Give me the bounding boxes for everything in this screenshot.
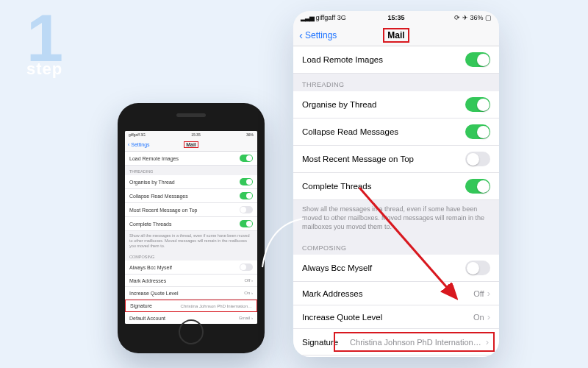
step-label: step [26,63,62,77]
toggle-organise[interactable] [465,97,490,112]
statusbar: ▂▃▅ giffgaff 3G 15:35 ⟳ ✈︎ 36% ▢ [293,11,499,24]
signature-highlight: Christina Johnson PhD Internation… › [334,332,495,352]
chevron-right-icon: › [486,336,489,347]
chevron-right-icon: › [487,311,490,322]
zoom-panel: ▂▃▅ giffgaff 3G 15:35 ⟳ ✈︎ 36% ▢ ‹ Setti… [293,11,499,357]
row-signature[interactable]: Signature Christina Johnson PhD Internat… [293,329,499,355]
row-mark-small[interactable]: Mark AddressesOff › [125,275,257,287]
note-threading-small: Show all the messages in a thread, even … [125,231,257,251]
value-quote-small: On › [244,291,253,295]
step-badge: 1 step [26,10,62,76]
row-most-recent-top[interactable]: Most Recent Message on Top [293,146,499,173]
toggle-load-remote-small[interactable] [240,155,253,162]
navbar: ‹ Settings Mail [293,24,499,46]
toggle-collapse[interactable] [465,124,490,139]
label-signature-small: Signature [130,303,152,308]
row-organise-by-thread[interactable]: Organise by Thread [293,91,499,118]
toggle-load-remote[interactable] [465,52,490,67]
title-highlight-small: Mail [184,141,198,148]
label-default-small: Default Account [129,316,165,321]
label-mark-small: Mark Addresses [129,278,166,283]
value-quote: On› [473,311,490,322]
row-default-small[interactable]: Default AccountGmail › [125,312,257,324]
label-load-remote-small: Load Remote Images [129,156,179,161]
label-quote: Increase Quote Level [302,313,382,322]
toggle-collapse-small[interactable] [240,192,253,199]
value-signature: Christina Johnson PhD Internation… [350,338,481,347]
row-collapse-read[interactable]: Collapse Read Messages [293,118,499,146]
section-threading-small: THREADING [125,166,257,175]
label-bcc-small: Always Bcc Myself [129,265,172,270]
row-load-remote-small[interactable]: Load Remote Images [125,152,257,166]
value-quote-text: On [473,313,484,322]
row-recent-small[interactable]: Most Recent Message on Top [125,203,257,217]
row-load-remote-images[interactable]: Load Remote Images [293,46,499,74]
label-signature: Signature [302,338,338,347]
label-collapse-small: Collapse Read Messages [129,194,188,199]
row-complete-small[interactable]: Complete Threads [125,217,257,231]
label-recent: Most Recent Message on Top [302,155,414,163]
label-quote-small: Increase Quote Level [129,291,179,296]
label-collapse: Collapse Read Messages [302,127,398,136]
chevron-right-icon: › [487,288,490,299]
annotation-arrow [345,180,477,313]
value-default-small: Gmail › [239,316,253,320]
row-default-account[interactable]: Default Account Gmail› [293,355,499,357]
svg-line-0 [359,188,455,297]
toggle-bcc-small[interactable] [240,263,253,271]
value-mark-text-small: Off [244,278,250,283]
value-mark-small: Off › [244,278,253,283]
battery-small: 36% [246,132,254,137]
value-quote-text-small: On [244,291,250,295]
value-default-text-small: Gmail [239,316,251,320]
carrier-small: giffgaff 3G [129,132,146,137]
toggle-organise-small[interactable] [240,178,253,185]
row-organise-small[interactable]: Organise by Thread [125,175,257,189]
toggle-complete-small[interactable] [240,220,253,227]
navbar-small: ‹ Settings Mail [125,138,257,152]
label-complete-small: Complete Threads [129,222,171,227]
label-organise: Organise by Thread [302,100,376,109]
section-composing-small: COMPOSING [125,251,257,261]
label-organise-small: Organise by Thread [129,180,175,185]
toggle-recent[interactable] [465,152,490,166]
toggle-recent-small[interactable] [240,206,253,213]
row-bcc-small[interactable]: Always Bcc Myself [125,261,257,275]
value-signature-small: Christina Johnson PhD Internation… [181,304,252,308]
label-load-remote: Load Remote Images [302,55,383,64]
nav-title-highlight: Mail [383,28,409,43]
phone-screen-small: giffgaff 3G 15:35 36% ‹ Settings Mail Lo… [125,131,257,324]
row-signature-small[interactable]: SignatureChristina Johnson PhD Internati… [125,300,257,312]
row-quote-small[interactable]: Increase Quote LevelOn › [125,287,257,300]
nav-title-small: Mail [125,141,257,148]
statusbar-small: giffgaff 3G 15:35 36% [125,131,257,138]
statusbar-time: 15:35 [293,14,499,21]
row-collapse-small[interactable]: Collapse Read Messages [125,189,257,203]
nav-title: Mail [387,30,404,40]
label-recent-small: Most Recent Message on Top [129,208,197,213]
nav-title-wrap: Mail [293,28,499,43]
step-number: 1 [26,10,62,67]
callout-connector [261,217,305,269]
section-threading: THREADING [293,74,499,91]
phone-mockup-small: giffgaff 3G 15:35 36% ‹ Settings Mail Lo… [118,103,265,353]
time-small: 15:35 [191,132,201,137]
